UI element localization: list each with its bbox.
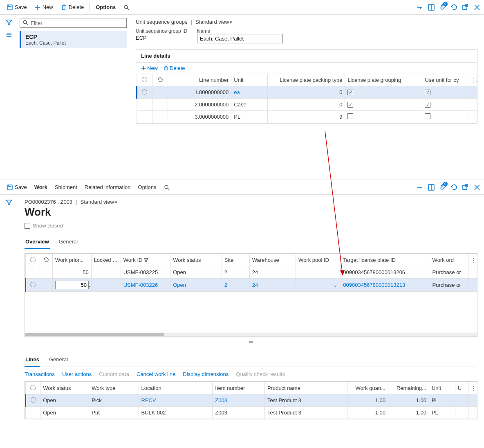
line-delete-button[interactable]: Delete — [164, 65, 185, 71]
popout-icon[interactable] — [462, 4, 469, 11]
table-row[interactable]: 2.0000000000 Case 0 ✓ ✓ — [137, 99, 477, 111]
new-label: New — [43, 4, 53, 10]
col-useunit[interactable]: Use unit for cy — [422, 74, 468, 86]
col-more[interactable]: ⋮ — [468, 74, 477, 86]
checkbox[interactable] — [347, 113, 353, 119]
attachment-count: 0 — [443, 2, 448, 6]
list-item-sub: Each, Case, Pallet — [25, 40, 123, 46]
checkbox[interactable]: ✓ — [425, 102, 430, 108]
separator — [90, 3, 90, 11]
separator: | — [190, 19, 192, 25]
id-value: ECP — [136, 34, 187, 42]
filter-icon[interactable] — [5, 19, 13, 26]
line-details-grid: Line number Unit License plate packing t… — [136, 74, 477, 123]
checkbox[interactable]: ✓ — [425, 90, 430, 95]
checkbox[interactable]: ✓ — [347, 102, 353, 108]
save-button[interactable]: Save — [3, 2, 30, 12]
list-icon[interactable] — [5, 31, 13, 38]
refresh-icon[interactable] — [450, 4, 458, 11]
id-label: Unit sequence group ID — [136, 28, 187, 34]
panel-icon[interactable] — [428, 4, 435, 11]
view-selector[interactable]: Standard view▾ — [195, 19, 232, 25]
col-lpgroup[interactable]: License plate grouping — [345, 74, 422, 86]
search-button[interactable] — [120, 2, 133, 12]
name-input[interactable] — [197, 34, 283, 43]
close-icon[interactable] — [473, 4, 481, 11]
attachments-button[interactable]: 0 — [439, 3, 446, 11]
filter-input[interactable] — [31, 20, 124, 26]
col-lptype[interactable]: License plate packing type — [268, 74, 345, 86]
options-label: Options — [96, 4, 116, 10]
svg-rect-0 — [7, 5, 12, 10]
link-icon[interactable] — [416, 4, 424, 11]
svg-line-9 — [325, 131, 343, 275]
delete-button[interactable]: Delete — [57, 2, 87, 12]
action-bar-top: Save New Delete Options 0 — [0, 0, 484, 15]
line-new-button[interactable]: New — [141, 65, 158, 71]
col-lineno[interactable]: Line number — [168, 74, 231, 86]
table-row[interactable]: 1.0000000000 ea 0 ✓ ✓ — [137, 86, 477, 99]
section-title: Line details — [136, 50, 477, 63]
filter-box[interactable] — [20, 18, 127, 28]
list-item-title: ECP — [25, 34, 123, 40]
col-unit[interactable]: Unit — [231, 74, 268, 86]
save-label: Save — [15, 4, 27, 10]
line-details-section: Line details New Delete Line number Unit… — [136, 49, 477, 124]
chevron-down-icon: ▾ — [230, 20, 232, 25]
list-item[interactable]: ECP Each, Case, Pallet — [20, 31, 127, 48]
annotation-arrow — [0, 123, 484, 409]
svg-point-4 — [23, 20, 27, 24]
table-row[interactable]: 3.0000000000 PL 9 — [137, 111, 477, 123]
checkbox[interactable] — [425, 113, 430, 119]
name-label: Name — [197, 28, 283, 34]
refresh-column[interactable] — [152, 74, 168, 86]
delete-label: Delete — [69, 4, 84, 10]
svg-point-1 — [124, 5, 128, 9]
new-button[interactable]: New — [31, 2, 56, 12]
checkbox[interactable]: ✓ — [347, 90, 353, 95]
search-icon — [22, 20, 29, 26]
select-all[interactable] — [137, 74, 152, 86]
page-crumb: Unit sequence groups — [136, 19, 187, 25]
options-button[interactable]: Options — [92, 2, 119, 12]
